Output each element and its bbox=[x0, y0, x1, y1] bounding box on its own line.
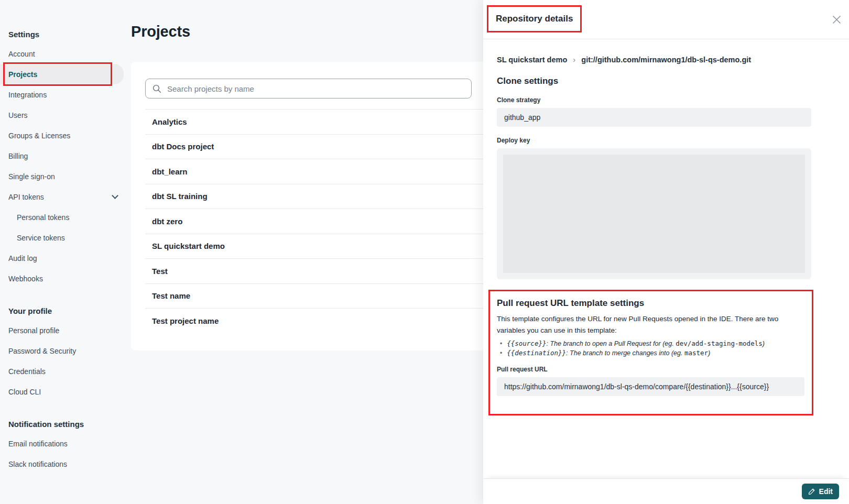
sidebar-item-billing[interactable]: Billing bbox=[0, 146, 126, 166]
panel-title: Repository details bbox=[496, 14, 573, 24]
breadcrumb-repo-url: git://github.com/mirnawong1/db-sl-qs-dem… bbox=[581, 56, 751, 64]
clone-strategy-label: Clone strategy bbox=[497, 96, 811, 104]
search-icon bbox=[153, 84, 161, 93]
sidebar-item-webhooks[interactable]: Webhooks bbox=[0, 268, 126, 289]
clone-strategy-value: github_app bbox=[497, 108, 811, 127]
panel-header: Repository details bbox=[483, 0, 849, 39]
panel-body: SL quickstart demo › git://github.com/mi… bbox=[483, 39, 849, 478]
pencil-icon bbox=[808, 488, 815, 495]
sidebar-item-cloud-cli[interactable]: Cloud CLI bbox=[0, 381, 126, 402]
repository-details-panel: Repository details SL quickstart demo › … bbox=[483, 0, 849, 504]
panel-footer: Edit bbox=[483, 478, 849, 504]
sidebar-item-password-security[interactable]: Password & Security bbox=[0, 341, 126, 361]
sidebar-heading-settings: Settings bbox=[0, 25, 126, 43]
sidebar-item-personal-tokens[interactable]: Personal tokens bbox=[0, 207, 126, 227]
sidebar-item-slack-notifications[interactable]: Slack notifications bbox=[0, 454, 126, 474]
sidebar-item-api-tokens[interactable]: API tokens bbox=[0, 187, 126, 207]
close-icon[interactable] bbox=[831, 14, 842, 25]
sidebar-heading-notification-settings: Notification settings bbox=[0, 415, 126, 433]
project-search-field[interactable] bbox=[145, 79, 472, 98]
settings-sidebar: Settings Account Projects Integrations U… bbox=[0, 0, 126, 474]
breadcrumb-project[interactable]: SL quickstart demo bbox=[497, 56, 567, 64]
deploy-key-label: Deploy key bbox=[497, 137, 811, 144]
sidebar-heading-your-profile: Your profile bbox=[0, 302, 126, 320]
chevron-right-icon: › bbox=[573, 55, 575, 64]
sidebar-item-groups-licenses[interactable]: Groups & Licenses bbox=[0, 125, 126, 146]
bullet-icon: • bbox=[500, 349, 502, 357]
pr-variable-source: • {{source}}: The branch to open a Pull … bbox=[500, 339, 804, 347]
sidebar-item-service-tokens[interactable]: Service tokens bbox=[0, 227, 126, 248]
sidebar-item-audit-log[interactable]: Audit log bbox=[0, 248, 126, 268]
sidebar-item-credentials[interactable]: Credentials bbox=[0, 361, 126, 381]
pr-variable-destination: • {{destination}}: The branch to merge c… bbox=[500, 349, 804, 357]
sidebar-item-integrations[interactable]: Integrations bbox=[0, 84, 126, 105]
annotation-box-pr-template-section: Pull request URL template settings This … bbox=[488, 290, 813, 415]
search-input[interactable] bbox=[166, 84, 464, 94]
breadcrumb: SL quickstart demo › git://github.com/mi… bbox=[497, 55, 811, 64]
clone-settings-heading: Clone settings bbox=[497, 76, 811, 86]
pull-request-url-value: https://github.com/mirnawong1/db-sl-qs-d… bbox=[497, 377, 804, 396]
deploy-key-redacted-content bbox=[503, 155, 805, 273]
sidebar-item-email-notifications[interactable]: Email notifications bbox=[0, 433, 126, 454]
bullet-icon: • bbox=[500, 340, 502, 347]
page-title: Projects bbox=[131, 23, 190, 40]
pr-template-variables-list: • {{source}}: The branch to open a Pull … bbox=[500, 339, 804, 357]
annotation-box-repository-details: Repository details bbox=[487, 5, 582, 32]
deploy-key-box bbox=[497, 148, 811, 279]
pr-template-heading: Pull request URL template settings bbox=[497, 298, 804, 309]
pull-request-url-label: Pull request URL bbox=[497, 366, 804, 373]
sidebar-item-account[interactable]: Account bbox=[0, 43, 126, 64]
sidebar-item-personal-profile[interactable]: Personal profile bbox=[0, 320, 126, 341]
sidebar-item-projects[interactable]: Projects bbox=[0, 64, 124, 84]
edit-button[interactable]: Edit bbox=[802, 484, 839, 499]
chevron-down-icon[interactable] bbox=[112, 192, 118, 199]
sidebar-item-single-sign-on[interactable]: Single sign-on bbox=[0, 166, 126, 187]
sidebar-item-users[interactable]: Users bbox=[0, 105, 126, 125]
pr-template-description: This template configures the URL for new… bbox=[497, 313, 804, 336]
